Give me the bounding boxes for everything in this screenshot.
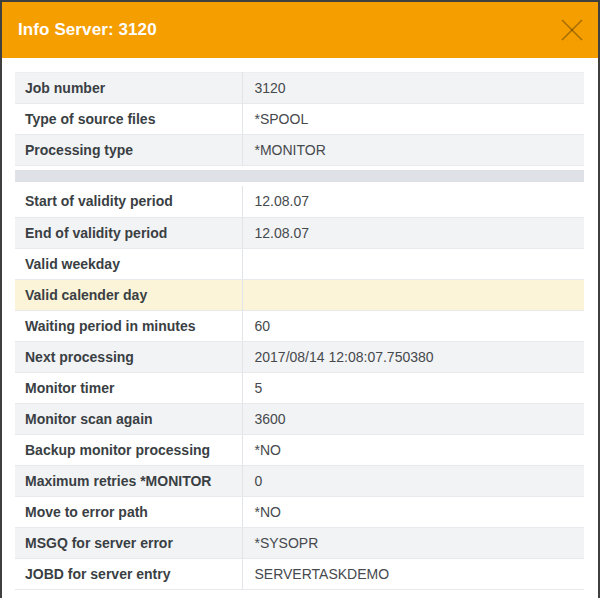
table-row: Processing type*MONITOR (15, 135, 584, 166)
info-table-body: Job number3120Type of source files*SPOOL… (15, 73, 584, 590)
table-row: Monitor timer5 (15, 372, 584, 403)
row-label: Backup monitor processing (15, 434, 242, 465)
modal-body: Job number3120Type of source files*SPOOL… (2, 58, 598, 590)
row-label: Waiting period in minutes (15, 310, 242, 341)
row-label: Start of validity period (15, 186, 242, 217)
row-label: Processing type (15, 135, 242, 166)
close-button[interactable] (556, 14, 588, 46)
row-label: Monitor timer (15, 372, 242, 403)
modal-header: Info Server: 3120 (2, 2, 598, 58)
row-value: *SYSOPR (242, 527, 584, 558)
row-value: 3120 (242, 73, 584, 104)
row-label: MSGQ for server error (15, 527, 242, 558)
row-value: 0 (242, 465, 584, 496)
separator-cell (15, 166, 584, 187)
row-label: Job number (15, 73, 242, 104)
table-row: Waiting period in minutes60 (15, 310, 584, 341)
row-value: SERVERTASKDEMO (242, 558, 584, 589)
table-row: Move to error path*NO (15, 496, 584, 527)
row-value: 12.08.07 (242, 186, 584, 217)
row-label: End of validity period (15, 217, 242, 248)
row-value: 5 (242, 372, 584, 403)
table-row: Valid weekday (15, 248, 584, 279)
table-row: Valid calender day (15, 279, 584, 310)
close-icon (559, 17, 585, 43)
table-row: Backup monitor processing*NO (15, 434, 584, 465)
row-label: Move to error path (15, 496, 242, 527)
separator-band (15, 170, 584, 182)
row-label: Type of source files (15, 104, 242, 135)
row-value: *MONITOR (242, 135, 584, 166)
row-label: Monitor scan again (15, 403, 242, 434)
table-row: Start of validity period12.08.07 (15, 186, 584, 217)
row-label: Next processing (15, 341, 242, 372)
row-value: *SPOOL (242, 104, 584, 135)
row-value: *NO (242, 496, 584, 527)
row-label: Valid weekday (15, 248, 242, 279)
table-row: JOBD for server entrySERVERTASKDEMO (15, 558, 584, 589)
table-row: Next processing2017/08/14 12:08:07.75038… (15, 341, 584, 372)
table-row: End of validity period12.08.07 (15, 217, 584, 248)
separator-row (15, 166, 584, 187)
row-value: 2017/08/14 12:08:07.750380 (242, 341, 584, 372)
row-value (242, 279, 584, 310)
row-value (242, 248, 584, 279)
row-value: 12.08.07 (242, 217, 584, 248)
info-table: Job number3120Type of source files*SPOOL… (15, 72, 584, 590)
row-label: JOBD for server entry (15, 558, 242, 589)
table-row: MSGQ for server error*SYSOPR (15, 527, 584, 558)
row-value: *NO (242, 434, 584, 465)
table-row: Job number3120 (15, 73, 584, 104)
table-row: Monitor scan again3600 (15, 403, 584, 434)
table-row: Maximum retries *MONITOR0 (15, 465, 584, 496)
row-value: 60 (242, 310, 584, 341)
row-label: Valid calender day (15, 279, 242, 310)
info-server-modal: Info Server: 3120 Job number3120Type of … (0, 0, 600, 598)
row-value: 3600 (242, 403, 584, 434)
table-row: Type of source files*SPOOL (15, 104, 584, 135)
modal-title: Info Server: 3120 (18, 20, 157, 40)
row-label: Maximum retries *MONITOR (15, 465, 242, 496)
